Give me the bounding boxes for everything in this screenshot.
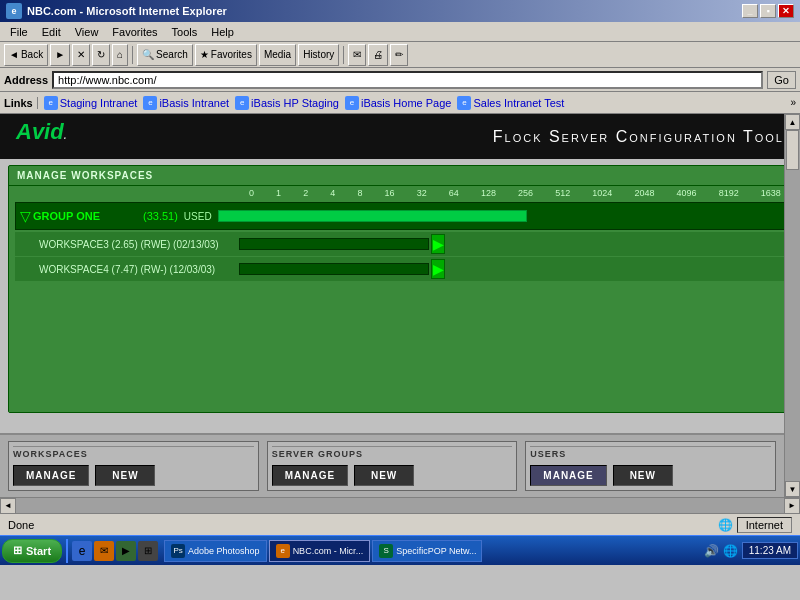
scroll-down-button[interactable]: ▼ <box>785 481 800 497</box>
stop-button[interactable]: ✕ <box>72 44 90 66</box>
network-icon[interactable]: 🌐 <box>723 544 738 558</box>
users-manage-button[interactable]: MANAGE <box>530 465 606 486</box>
taskbar: ⊞ Start e ✉ ▶ ⊞ Ps Adobe Photoshop e NBC… <box>0 535 800 565</box>
vertical-scrollbar[interactable]: ▲ ▼ <box>784 114 800 497</box>
workspace-3-bar-area: ▶ <box>239 234 781 254</box>
menu-bar: File Edit View Favorites Tools Help <box>0 22 800 42</box>
workspace-row-4[interactable]: WORKSPACE4 (7.47) (RW-) (12/03/03) ▶ <box>15 257 785 281</box>
taskbar-photoshop[interactable]: Ps Adobe Photoshop <box>164 540 267 562</box>
edit-button[interactable]: ✏ <box>390 44 408 66</box>
mail-button[interactable]: ✉ <box>348 44 366 66</box>
server-groups-panel: SERVER GROUPS MANAGE NEW <box>267 441 518 491</box>
workspace-4-bar <box>239 263 429 275</box>
status-bar: Done 🌐 Internet <box>0 513 800 535</box>
link-staging-intranet[interactable]: eStaging Intranet <box>44 96 138 110</box>
links-bar: Links eStaging Intranet eiBasis Intranet… <box>0 92 800 114</box>
scale-4096: 4096 <box>677 188 697 198</box>
workspace-3-marker: ▶ <box>431 234 445 254</box>
restore-button[interactable]: ▪ <box>760 4 776 18</box>
specificpop-icon: S <box>379 544 393 558</box>
menu-view[interactable]: View <box>69 24 105 40</box>
home-button[interactable]: ⌂ <box>112 44 128 66</box>
workspaces-manage-button[interactable]: MANAGE <box>13 465 89 486</box>
specificpop-label: SpecificPOP Netw... <box>396 546 476 556</box>
workspace-3-name: WORKSPACE3 (2.65) (RWE) (02/13/03) <box>39 239 239 250</box>
browser-viewport: Avid. Flock Server Configuration Tool MA… <box>0 114 800 497</box>
scale-32: 32 <box>417 188 427 198</box>
links-expand-button[interactable]: » <box>790 97 796 108</box>
taskbar-nbc[interactable]: e NBC.com - Micr... <box>269 540 371 562</box>
group-bar-area <box>218 208 780 224</box>
back-button[interactable]: ◄ Back <box>4 44 48 66</box>
go-button[interactable]: Go <box>767 71 796 89</box>
quick-launch: e ✉ ▶ ⊞ <box>72 541 158 561</box>
group-expand-triangle[interactable]: ▽ <box>20 208 31 224</box>
scale-1: 1 <box>276 188 281 198</box>
menu-tools[interactable]: Tools <box>166 24 204 40</box>
scroll-thumb[interactable] <box>786 130 799 170</box>
window-title: NBC.com - Microsoft Internet Explorer <box>27 5 227 17</box>
scroll-up-button[interactable]: ▲ <box>785 114 800 130</box>
link-ibasis-hp-staging[interactable]: eiBasis HP Staging <box>235 96 339 110</box>
minimize-button[interactable]: _ <box>742 4 758 18</box>
avid-logo-text: Avid <box>16 119 64 144</box>
quick-ie-icon[interactable]: e <box>72 541 92 561</box>
address-bar: Address Go <box>0 68 800 92</box>
media-button[interactable]: Media <box>259 44 296 66</box>
menu-favorites[interactable]: Favorites <box>106 24 163 40</box>
scroll-left-button[interactable]: ◄ <box>0 498 16 514</box>
horizontal-scrollbar[interactable]: ◄ ► <box>0 497 800 513</box>
link-sales-intranet[interactable]: eSales Intranet Test <box>457 96 564 110</box>
workspaces-panel-title: WORKSPACES <box>13 446 254 459</box>
title-bar: e NBC.com - Microsoft Internet Explorer … <box>0 0 800 22</box>
link-ibasis-intranet[interactable]: eiBasis Intranet <box>143 96 229 110</box>
server-groups-buttons: MANAGE NEW <box>272 465 513 486</box>
clock: 11:23 AM <box>742 542 798 559</box>
scroll-right-button[interactable]: ► <box>784 498 800 514</box>
link-icon-3: e <box>235 96 249 110</box>
workspaces-panel: WORKSPACES MANAGE NEW <box>8 441 259 491</box>
volume-icon[interactable]: 🔊 <box>704 544 719 558</box>
star-icon: ★ <box>200 49 209 60</box>
start-button[interactable]: ⊞ Start <box>2 539 62 563</box>
status-right: 🌐 Internet <box>718 517 792 533</box>
search-icon: 🔍 <box>142 49 154 60</box>
close-button[interactable]: ✕ <box>778 4 794 18</box>
menu-help[interactable]: Help <box>205 24 240 40</box>
internet-globe-icon: 🌐 <box>718 518 733 532</box>
workspace-3-bar <box>239 238 429 250</box>
scale-16: 16 <box>385 188 395 198</box>
workspace-4-marker: ▶ <box>431 259 445 279</box>
search-button[interactable]: 🔍 Search <box>137 44 193 66</box>
scale-64: 64 <box>449 188 459 198</box>
menu-file[interactable]: File <box>4 24 34 40</box>
workspace-row-3[interactable]: WORKSPACE3 (2.65) (RWE) (02/13/03) ▶ <box>15 232 785 256</box>
link-ibasis-home[interactable]: eiBasis Home Page <box>345 96 452 110</box>
home-icon: ⌂ <box>117 49 123 60</box>
history-button[interactable]: History <box>298 44 339 66</box>
users-new-button[interactable]: NEW <box>613 465 673 486</box>
workspace-4-name: WORKSPACE4 (7.47) (RW-) (12/03/03) <box>39 264 239 275</box>
scale-4: 4 <box>330 188 335 198</box>
quick-media-icon[interactable]: ▶ <box>116 541 136 561</box>
photoshop-label: Adobe Photoshop <box>188 546 260 556</box>
menu-edit[interactable]: Edit <box>36 24 67 40</box>
address-input[interactable] <box>52 71 763 89</box>
group-used-bar <box>218 210 527 222</box>
refresh-button[interactable]: ↻ <box>92 44 110 66</box>
bottom-section: WORKSPACES MANAGE NEW SERVER GROUPS MANA… <box>0 433 784 497</box>
server-groups-new-button[interactable]: NEW <box>354 465 414 486</box>
group-row[interactable]: ▽ GROUP ONE (33.51) USED <box>15 202 785 230</box>
taskbar-specificpop[interactable]: S SpecificPOP Netw... <box>372 540 482 562</box>
forward-button[interactable]: ► <box>50 44 70 66</box>
refresh-icon: ↻ <box>97 49 105 60</box>
avid-trademark: . <box>64 130 67 141</box>
quick-outlook-icon[interactable]: ✉ <box>94 541 114 561</box>
favorites-button[interactable]: ★ Favorites <box>195 44 257 66</box>
back-arrow-icon: ◄ <box>9 49 19 60</box>
window-icon: e <box>6 3 22 19</box>
quick-desktop-icon[interactable]: ⊞ <box>138 541 158 561</box>
workspaces-new-button[interactable]: NEW <box>95 465 155 486</box>
print-button[interactable]: 🖨 <box>368 44 388 66</box>
server-groups-manage-button[interactable]: MANAGE <box>272 465 348 486</box>
